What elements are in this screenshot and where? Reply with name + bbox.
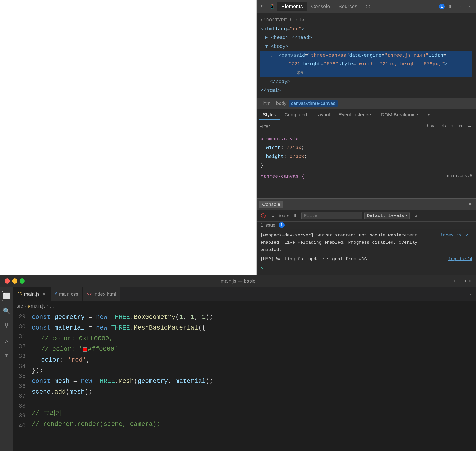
style-rule-canvas: #three-canvas { main.css:5 xyxy=(260,172,472,181)
code-line-33: color: 'red', xyxy=(32,355,476,366)
top-label: top xyxy=(279,213,285,218)
dom-line: ▶ <head>…</head> xyxy=(260,33,472,42)
console-levels-dropdown[interactable]: Default levels ▼ xyxy=(364,212,410,219)
console-title-tab[interactable]: Console xyxy=(259,200,284,208)
activity-bar: ⬜ 🔍 ⑂ ▷ ⊞ xyxy=(0,287,13,451)
line-num-40: 40 xyxy=(13,421,26,431)
colon: : xyxy=(284,154,290,159)
dom-text: <canvas xyxy=(279,51,299,60)
split-editor-3-icon[interactable]: ⊟ xyxy=(464,279,466,283)
console-panel: Console × 🚫 ⊘ top ▼ 👁 Default level xyxy=(257,198,476,275)
dom-text: ▶ <head>…</head> xyxy=(265,34,312,42)
copy-style-icon[interactable]: ⧉ xyxy=(457,123,464,130)
code-line-31: // color: 0xff0000, xyxy=(32,333,476,344)
breadcrumb-html[interactable]: html xyxy=(260,100,274,107)
top-section: ⬚ 📱 Elements Console Sources >> 1 ⚙ ⋮ ✕ xyxy=(0,0,476,275)
add-style-button[interactable]: + xyxy=(449,123,456,130)
tab-label-index-html: index.html xyxy=(94,291,116,297)
message-source-2[interactable]: log.js:24 xyxy=(448,256,472,263)
search-icon[interactable]: 🔍 xyxy=(2,307,11,316)
subtab-dom-breakpoints[interactable]: DOM Breakpoints xyxy=(377,110,424,120)
split-editor-icon[interactable]: ⊟ xyxy=(452,279,455,283)
subtab-more[interactable]: » xyxy=(424,110,435,120)
console-clear-icon[interactable]: 🚫 xyxy=(260,212,267,219)
console-block-icon[interactable]: ⊘ xyxy=(269,212,277,219)
tab-index-html[interactable]: <> index.html xyxy=(83,287,121,301)
settings-icon[interactable]: ⚙ xyxy=(446,2,455,11)
dom-line: </html> xyxy=(260,86,472,95)
bc-file[interactable]: main.js xyxy=(31,303,45,309)
notification-badge: 1 xyxy=(439,4,445,9)
styles-content: element.style { width: 721px; height: 67… xyxy=(257,132,476,198)
more-icon[interactable]: ⋮ xyxy=(456,2,464,11)
issue-text: 1 Issue: xyxy=(260,222,277,228)
console-message-2: [HMR] Waiting for update signal from WDS… xyxy=(260,255,472,264)
rule-source[interactable]: main.css:5 xyxy=(447,172,472,181)
dom-attr: data-engine xyxy=(349,51,381,60)
message-text-1: [webpack-dev-server] Server started: Hot… xyxy=(260,232,437,254)
subtab-styles[interactable]: Styles xyxy=(259,110,280,120)
code-lines[interactable]: const geometry = new THREE.BoxGeometry(1… xyxy=(29,311,476,441)
style-rule-header: element.style { xyxy=(260,135,472,144)
message-source-1[interactable]: index.js:551 xyxy=(440,232,472,254)
bc-src[interactable]: src xyxy=(17,303,23,309)
subtab-event-listeners[interactable]: Event Listeners xyxy=(334,110,377,120)
console-filter-input[interactable] xyxy=(301,212,362,219)
dom-line-selected[interactable]: ... <canvas id="three-canvas" data-engin… xyxy=(260,51,472,60)
more-tabs-icon[interactable]: … xyxy=(470,292,472,296)
line-num-33: 33 xyxy=(13,352,26,362)
prop-name: width xyxy=(266,145,281,150)
maximize-button[interactable] xyxy=(19,278,25,284)
console-context-selector[interactable]: top ▼ xyxy=(279,213,289,218)
hov-button[interactable]: :hov xyxy=(424,123,436,130)
kw-new: new xyxy=(96,312,111,323)
extensions-icon[interactable]: ⊞ xyxy=(2,351,11,361)
split-editor-icon[interactable]: ⊟ xyxy=(465,292,467,296)
device-icon[interactable]: 📱 xyxy=(268,2,276,11)
close-console-icon[interactable]: × xyxy=(466,200,474,208)
line-numbers: 29 30 31 32 33 34 35 36 37 38 39 40 xyxy=(13,311,29,441)
close-button[interactable] xyxy=(5,278,10,284)
editor-tabs: JS main.js ✕ # main.css <> index.html ⊟ … xyxy=(13,287,476,301)
split-editor-2-icon[interactable]: ⊞ xyxy=(458,279,460,283)
dom-text: lang xyxy=(275,25,287,33)
tab-main-js[interactable]: JS main.js ✕ xyxy=(13,287,51,301)
style-rule-selector-line: #three-canvas { main.css:5 xyxy=(260,172,472,181)
style-rule-element: element.style { width: 721px; height: 67… xyxy=(260,135,472,170)
tab-console[interactable]: Console xyxy=(307,2,334,11)
inspect-icon[interactable]: ⬚ xyxy=(259,2,267,11)
style-prop-height: height: 676px; xyxy=(260,152,472,161)
subtab-layout[interactable]: Layout xyxy=(311,110,334,120)
tab-more[interactable]: >> xyxy=(362,2,376,11)
bc-sep-1: › xyxy=(24,304,27,308)
close-tab-icon[interactable]: ✕ xyxy=(42,292,46,296)
tab-main-css[interactable]: # main.css xyxy=(51,287,83,301)
console-prompt[interactable]: > xyxy=(260,264,472,273)
run-icon[interactable]: ▷ xyxy=(2,336,11,346)
dom-line-selected[interactable]: "721" height="676" style="width: 721px; … xyxy=(260,60,472,69)
close-devtools-icon[interactable]: ✕ xyxy=(466,2,474,11)
bc-symbol[interactable]: ... xyxy=(50,303,54,309)
devtools-inner: ⬚ 📱 Elements Console Sources >> 1 ⚙ ⋮ ✕ xyxy=(257,0,476,275)
breadcrumb-canvas[interactable]: canvas#three-canvas xyxy=(289,100,338,107)
dom-line-selected: == $0 xyxy=(260,69,472,77)
subtab-computed[interactable]: Computed xyxy=(280,110,311,120)
layout-icon[interactable]: ⊠ xyxy=(469,279,471,283)
cls-button[interactable]: .cls xyxy=(437,123,448,130)
dom-line: <html lang="en"> xyxy=(260,25,472,34)
tab-sources[interactable]: Sources xyxy=(334,2,362,11)
code-line-35: const mesh = new THREE.Mesh(geometry, ma… xyxy=(32,376,476,387)
console-settings-icon[interactable]: ⚙ xyxy=(412,212,419,219)
eye-icon[interactable]: 👁 xyxy=(292,212,299,219)
minimize-button[interactable] xyxy=(12,278,17,284)
breadcrumb-body[interactable]: body xyxy=(274,100,289,107)
window-title: main.js — basic xyxy=(221,278,255,284)
styles-filter-input[interactable] xyxy=(272,124,422,129)
files-icon[interactable]: ⬜ xyxy=(2,292,11,301)
tab-label-main-css: main.css xyxy=(59,291,78,297)
code-line-36: scene.add(mesh); xyxy=(32,387,476,398)
traffic-lights xyxy=(5,278,25,284)
tab-elements[interactable]: Elements xyxy=(277,2,307,11)
source-control-icon[interactable]: ⑂ xyxy=(2,321,11,331)
toggle-icon[interactable]: ☰ xyxy=(466,123,473,130)
